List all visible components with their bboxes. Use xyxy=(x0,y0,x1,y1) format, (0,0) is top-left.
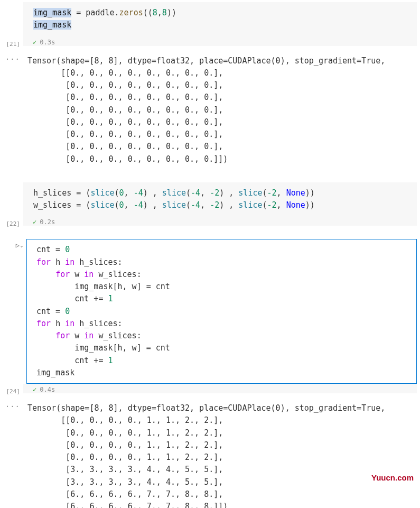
notebook: img_mask = paddle.zeros((8,8)) img_mask … xyxy=(0,0,420,508)
ellipsis-icon[interactable]: ··· xyxy=(5,402,20,411)
cell-24-status: [24] ✓ 0.4s xyxy=(0,384,420,395)
exec-time: 0.3s xyxy=(40,39,55,46)
watermark: Yuucn.com xyxy=(371,473,414,482)
status-line: ✓ 0.4s xyxy=(33,386,417,393)
check-icon: ✓ xyxy=(33,218,36,226)
ellipsis-icon[interactable]: ··· xyxy=(5,55,20,63)
cell-22-status: [22] ✓ 0.2s xyxy=(0,216,420,227)
cell-24: ▷⌄ cnt = 0 for h in h_slices: for w in w… xyxy=(0,239,420,384)
code-block[interactable]: cnt = 0 for h in h_slices: for w in w_sl… xyxy=(26,239,417,384)
exec-time: 0.2s xyxy=(40,218,55,226)
cell-number: [22] xyxy=(0,216,23,227)
output-gutter: ··· xyxy=(0,399,23,411)
output-21: ··· Tensor(shape=[8, 8], dtype=float32, … xyxy=(0,52,420,171)
code-content[interactable]: h_slices = (slice(0, -4) , slice(-4, -2)… xyxy=(33,187,410,212)
check-icon: ✓ xyxy=(33,39,36,46)
cell-21-status: [21] ✓ 0.3s xyxy=(0,36,420,48)
code-block[interactable]: img_mask = paddle.zeros((8,8)) img_mask xyxy=(23,2,417,36)
run-gutter: ▷⌄ xyxy=(0,239,26,248)
cell-gutter xyxy=(0,2,23,5)
output-text: Tensor(shape=[8, 8], dtype=float32, plac… xyxy=(27,402,414,508)
chevron-down-icon[interactable]: ⌄ xyxy=(20,242,23,248)
cell-22: h_slices = (slice(0, -4) , slice(-4, -2)… xyxy=(0,182,420,217)
exec-time: 0.4s xyxy=(40,386,55,393)
status-line: ✓ 0.3s xyxy=(33,39,417,46)
output-24: ··· Tensor(shape=[8, 8], dtype=float32, … xyxy=(0,399,420,508)
selection: img_mask xyxy=(33,20,71,30)
output-text: Tensor(shape=[8, 8], dtype=float32, plac… xyxy=(27,55,414,165)
code-block[interactable]: h_slices = (slice(0, -4) , slice(-4, -2)… xyxy=(23,182,417,217)
output-gutter: ··· xyxy=(0,52,23,63)
cell-21: img_mask = paddle.zeros((8,8)) img_mask xyxy=(0,2,420,36)
output-block: Tensor(shape=[8, 8], dtype=float32, plac… xyxy=(23,399,420,508)
cell-gutter xyxy=(0,182,23,186)
code-content[interactable]: cnt = 0 for h in h_slices: for w in w_sl… xyxy=(36,244,410,379)
cell-number: [21] xyxy=(0,36,23,48)
check-icon: ✓ xyxy=(33,386,36,393)
status-line: ✓ 0.2s xyxy=(33,218,417,226)
play-icon[interactable]: ▷ xyxy=(16,242,20,248)
code-content[interactable]: img_mask = paddle.zeros((8,8)) img_mask xyxy=(33,7,410,32)
cell-number: [24] xyxy=(0,384,23,395)
output-block: Tensor(shape=[8, 8], dtype=float32, plac… xyxy=(23,52,420,171)
selection: img_mask xyxy=(33,8,71,17)
